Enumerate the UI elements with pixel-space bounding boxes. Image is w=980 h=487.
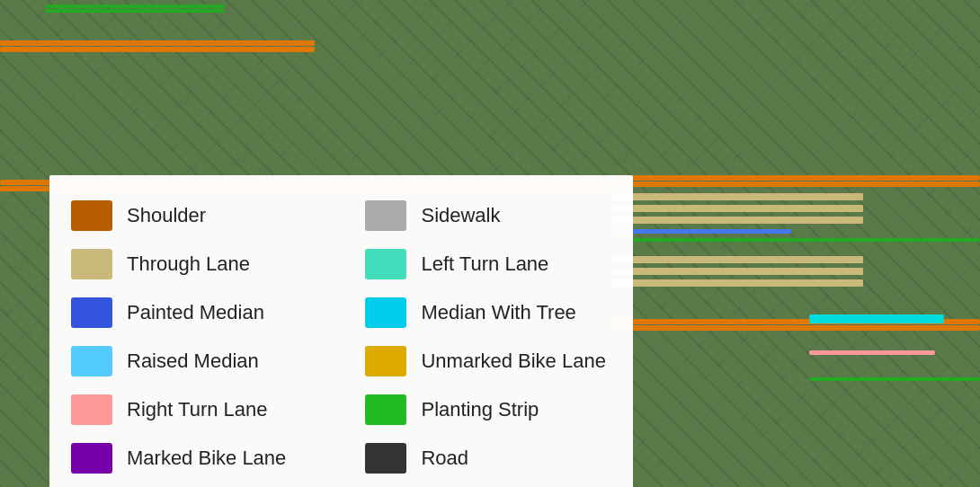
legend-column-left: ShoulderThrough LanePainted MedianRaised…: [71, 191, 311, 483]
legend-item-raised-median: Raised Median: [71, 337, 311, 385]
legend-label-painted-median: Painted Median: [127, 301, 264, 324]
legend-swatch-marked-bike-lane: [71, 443, 112, 474]
legend-label-median-with-tree: Median With Tree: [421, 301, 575, 324]
legend-label-unmarked-bike-lane: Unmarked Bike Lane: [421, 350, 605, 373]
legend-column-right: SidewalkLeft Turn LaneMedian With TreeUn…: [365, 191, 605, 483]
legend-swatch-planting-strip: [365, 394, 406, 425]
legend-label-shoulder: Shoulder: [127, 204, 206, 227]
legend-swatch-unmarked-bike-lane: [365, 346, 406, 376]
legend-item-sidewalk: Sidewalk: [365, 191, 605, 240]
legend-swatch-through-lane: [71, 249, 112, 279]
legend-item-unmarked-bike-lane: Unmarked Bike Lane: [365, 337, 605, 385]
legend-swatch-right-turn-lane: [71, 394, 112, 425]
legend-label-left-turn-lane: Left Turn Lane: [421, 252, 548, 276]
legend-swatch-median-with-tree: [365, 297, 406, 328]
legend-swatch-sidewalk: [365, 200, 406, 231]
legend-item-planting-strip: Planting Strip: [365, 385, 605, 434]
legend-item-shoulder: Shoulder: [71, 191, 311, 240]
legend-label-right-turn-lane: Right Turn Lane: [127, 398, 268, 421]
legend-swatch-left-turn-lane: [365, 249, 406, 279]
legend-swatch-painted-median: [71, 297, 112, 328]
legend-panel: ShoulderThrough LanePainted MedianRaised…: [49, 175, 633, 487]
legend-item-marked-bike-lane: Marked Bike Lane: [71, 434, 311, 483]
legend-item-median-with-tree: Median With Tree: [365, 288, 605, 337]
legend-swatch-shoulder: [71, 200, 112, 231]
legend-label-sidewalk: Sidewalk: [421, 204, 500, 227]
legend-item-right-turn-lane: Right Turn Lane: [71, 385, 311, 434]
legend-swatch-raised-median: [71, 346, 112, 376]
legend-label-marked-bike-lane: Marked Bike Lane: [127, 447, 286, 470]
legend-item-through-lane: Through Lane: [71, 240, 311, 288]
legend-label-through-lane: Through Lane: [127, 252, 250, 276]
legend-label-raised-median: Raised Median: [127, 350, 259, 373]
legend-swatch-road: [365, 443, 406, 474]
legend-label-road: Road: [421, 447, 468, 470]
legend-item-painted-median: Painted Median: [71, 288, 311, 337]
legend-item-road: Road: [365, 434, 605, 483]
legend-label-planting-strip: Planting Strip: [421, 398, 539, 421]
legend-item-left-turn-lane: Left Turn Lane: [365, 240, 605, 288]
